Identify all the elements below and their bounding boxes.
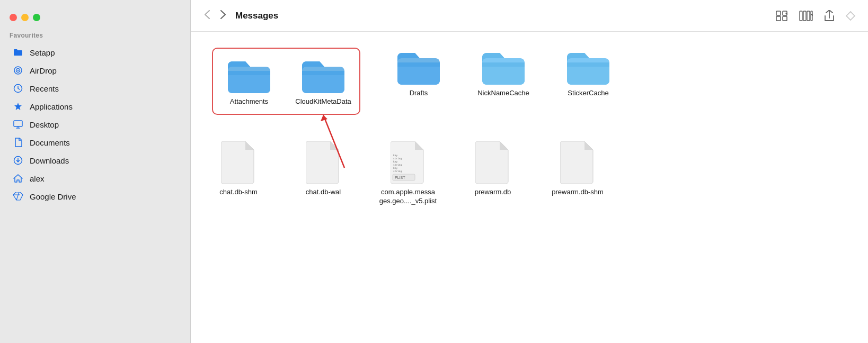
file-item-comapplemessages[interactable]: key string key string key string PLIST c… — [382, 141, 435, 206]
back-button[interactable] — [201, 7, 213, 24]
svg-text:string: string — [393, 157, 402, 160]
main-content: Messages — [191, 0, 868, 343]
sidebar-item-documents[interactable]: Documents — [3, 133, 187, 151]
sidebar-item-airdrop[interactable]: AirDrop — [3, 61, 187, 79]
downloads-icon — [13, 155, 23, 166]
folder-icon — [13, 47, 23, 58]
sidebar: Favourites Setapp AirDrop Recents — [0, 0, 191, 343]
sidebar-item-label: AirDrop — [30, 66, 57, 75]
file-item-attachments[interactable]: Attachments — [223, 56, 276, 106]
share-button[interactable] — [822, 8, 836, 24]
file-item-drafts[interactable]: Drafts — [392, 48, 445, 98]
forward-button[interactable] — [217, 7, 229, 24]
svg-rect-13 — [811, 11, 812, 21]
sidebar-item-label: Downloads — [30, 156, 69, 165]
svg-rect-6 — [776, 11, 781, 15]
file-item-label: Drafts — [410, 89, 428, 98]
sidebar-item-downloads[interactable]: Downloads — [3, 151, 187, 169]
sidebar-item-label: Documents — [30, 138, 70, 147]
files-row-2: chat.db-shm chat.db-wal key string k — [212, 141, 847, 206]
view-grid-button[interactable] — [774, 8, 790, 23]
page-title: Messages — [235, 11, 769, 21]
recents-icon — [13, 83, 23, 94]
googledrive-icon — [13, 191, 23, 202]
files-area: Attachments CloudKitMetaData — [191, 32, 868, 343]
svg-rect-12 — [807, 11, 810, 21]
svg-text:key: key — [393, 154, 397, 157]
file-item-label: prewarm.db — [475, 188, 511, 197]
applications-icon — [13, 101, 23, 112]
file-item-cloudkitmetadata[interactable]: CloudKitMetaData — [297, 56, 350, 106]
sidebar-item-googledrive[interactable]: Google Drive — [3, 187, 187, 205]
svg-line-14 — [323, 115, 344, 168]
svg-text:key: key — [393, 167, 397, 169]
file-item-label: prewarm.db-shm — [552, 188, 604, 197]
selection-box: Attachments CloudKitMetaData — [212, 48, 360, 115]
svg-text:string: string — [393, 170, 402, 173]
close-button[interactable] — [10, 14, 17, 21]
sidebar-item-label: alex — [30, 174, 45, 183]
svg-rect-10 — [800, 11, 802, 21]
svg-text:key: key — [393, 160, 397, 163]
toolbar-right — [774, 8, 857, 24]
svg-rect-8 — [776, 16, 781, 21]
svg-point-2 — [17, 70, 19, 71]
airdrop-icon — [13, 65, 23, 76]
svg-rect-4 — [14, 121, 22, 127]
file-item-label: NickNameCache — [477, 89, 529, 98]
action-button[interactable] — [844, 9, 857, 23]
file-item-nicknamecache[interactable]: NickNameCache — [477, 48, 530, 98]
file-item-prewarmdb[interactable]: prewarm.db — [466, 141, 519, 197]
file-item-label: CloudKitMetaData — [295, 97, 351, 106]
maximize-button[interactable] — [33, 14, 40, 21]
desktop-icon — [13, 119, 23, 130]
file-item-chatdbshm[interactable]: chat.db-shm — [212, 141, 265, 197]
sidebar-item-recents[interactable]: Recents — [3, 79, 187, 97]
toolbar: Messages — [191, 0, 868, 32]
sidebar-item-label: Applications — [30, 102, 73, 111]
file-item-prewarmdbshm[interactable]: prewarm.db-shm — [551, 141, 604, 197]
sidebar-item-label: Recents — [30, 84, 59, 93]
minimize-button[interactable] — [21, 14, 29, 21]
sidebar-item-setapp[interactable]: Setapp — [3, 43, 187, 61]
sidebar-item-label: Google Drive — [30, 192, 76, 201]
window-controls — [0, 8, 190, 32]
svg-rect-11 — [803, 11, 806, 21]
sidebar-item-label: Setapp — [30, 48, 55, 57]
file-item-label: StickerCache — [568, 89, 608, 98]
svg-text:string: string — [393, 164, 402, 166]
file-item-label: chat.db-wal — [306, 188, 341, 197]
documents-icon — [13, 137, 23, 148]
file-item-label: Attachments — [230, 97, 268, 106]
file-item-stickercache[interactable]: StickerCache — [562, 48, 615, 98]
favourites-label: Favourites — [0, 32, 190, 43]
sidebar-item-applications[interactable]: Applications — [3, 97, 187, 115]
home-icon — [13, 173, 23, 184]
sidebar-item-desktop[interactable]: Desktop — [3, 115, 187, 133]
svg-rect-9 — [783, 16, 787, 21]
sidebar-item-alex[interactable]: alex — [3, 169, 187, 187]
file-item-label: chat.db-shm — [219, 188, 258, 197]
svg-text:PLIST: PLIST — [395, 176, 405, 179]
view-columns-button[interactable] — [797, 8, 815, 23]
file-item-label: com.apple.messages.geo...._v5.plist — [379, 188, 437, 206]
sidebar-item-label: Desktop — [30, 120, 59, 129]
